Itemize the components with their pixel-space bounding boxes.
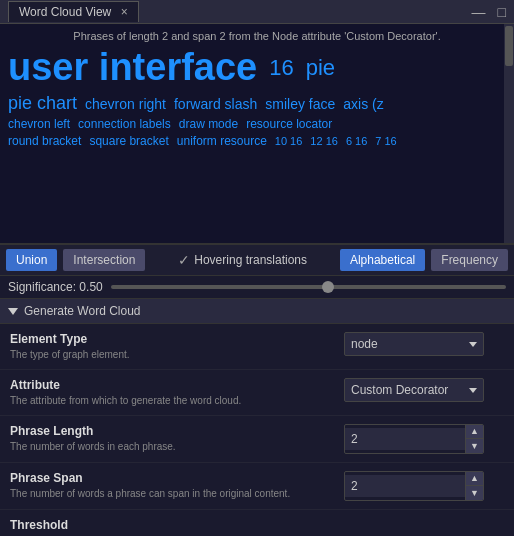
word-connection-labels[interactable]: connection labels <box>78 117 171 131</box>
setting-phrase-length: Phrase Length The number of words in eac… <box>0 416 514 463</box>
attribute-label: Attribute <box>10 378 334 392</box>
attribute-label-area: Attribute The attribute from which to ge… <box>10 378 334 407</box>
word-cloud-row-3: round bracket square bracket uniform res… <box>8 134 506 148</box>
settings-area: Element Type The type of graph element. … <box>0 324 514 536</box>
phrase-length-spinner-btns: ▲ ▼ <box>465 425 483 453</box>
phrase-span-down[interactable]: ▼ <box>466 486 483 500</box>
word-square-bracket[interactable]: square bracket <box>89 134 168 148</box>
main-word[interactable]: user interface <box>8 46 257 89</box>
phrase-span-desc: The number of words a phrase can span in… <box>10 487 334 500</box>
scroll-thumb[interactable] <box>505 26 513 66</box>
element-type-value: node <box>351 337 378 351</box>
union-button[interactable]: Union <box>6 249 57 271</box>
phrase-length-spinner[interactable]: 2 ▲ ▼ <box>344 424 484 454</box>
attribute-dropdown[interactable]: Custom Decorator <box>344 378 484 402</box>
phrase-span-value[interactable]: 2 <box>345 475 465 497</box>
element-type-desc: The type of graph element. <box>10 348 334 361</box>
significance-slider[interactable] <box>111 285 506 289</box>
phrase-span-spinner[interactable]: 2 ▲ ▼ <box>344 471 484 501</box>
element-type-dropdown-arrow <box>469 342 477 347</box>
intersection-button[interactable]: Intersection <box>63 249 145 271</box>
element-type-dropdown[interactable]: node <box>344 332 484 356</box>
word-pie-chart[interactable]: pie chart <box>8 93 77 114</box>
title-tab[interactable]: Word Cloud View × <box>8 1 139 22</box>
significance-row: Significance: 0.50 <box>0 276 514 299</box>
phrase-length-down[interactable]: ▼ <box>466 439 483 453</box>
threshold-label: Threshold <box>10 518 504 532</box>
tab-close-icon[interactable]: × <box>121 5 128 19</box>
title-bar-left: Word Cloud View × <box>8 1 139 22</box>
attribute-desc: The attribute from which to generate the… <box>10 394 334 407</box>
toolbar: Union Intersection ✓ Hovering translatio… <box>0 244 514 276</box>
element-type-control: node <box>344 332 504 356</box>
threshold-row: Threshold <box>0 510 514 536</box>
phrase-span-up[interactable]: ▲ <box>466 472 483 486</box>
main-count: 16 <box>269 55 293 81</box>
word-7-16[interactable]: 7 16 <box>375 135 396 147</box>
word-6-16[interactable]: 6 16 <box>346 135 367 147</box>
phrase-span-label-area: Phrase Span The number of words a phrase… <box>10 471 334 500</box>
element-type-label: Element Type <box>10 332 334 346</box>
word-draw-mode[interactable]: draw mode <box>179 117 238 131</box>
element-type-label-area: Element Type The type of graph element. <box>10 332 334 361</box>
word-cloud-main-row: user interface 16 pie <box>8 46 506 89</box>
hovering-translations-area: ✓ Hovering translations <box>151 252 334 268</box>
phrase-length-control: 2 ▲ ▼ <box>344 424 504 454</box>
setting-element-type: Element Type The type of graph element. … <box>0 324 514 370</box>
phrase-length-value[interactable]: 2 <box>345 428 465 450</box>
word-smiley-face[interactable]: smiley face <box>265 96 335 112</box>
tab-label: Word Cloud View <box>19 5 111 19</box>
word-cloud-row-1: pie chart chevron right forward slash sm… <box>8 93 506 114</box>
phrase-length-up[interactable]: ▲ <box>466 425 483 439</box>
word-chevron-right[interactable]: chevron right <box>85 96 166 112</box>
phrase-info: Phrases of length 2 and span 2 from the … <box>8 30 506 42</box>
word-resource-locator[interactable]: resource locator <box>246 117 332 131</box>
word-10-16[interactable]: 10 16 <box>275 135 303 147</box>
phrase-length-label-area: Phrase Length The number of words in eac… <box>10 424 334 453</box>
maximize-icon[interactable]: □ <box>498 4 506 20</box>
word-cloud-content: user interface 16 pie pie chart chevron … <box>8 46 506 206</box>
attribute-dropdown-arrow <box>469 388 477 393</box>
main-word2[interactable]: pie <box>306 55 335 81</box>
word-cloud-area: Phrases of length 2 and span 2 from the … <box>0 24 514 244</box>
word-cloud-scrollbar[interactable] <box>504 24 514 243</box>
word-axis-z[interactable]: axis (z <box>343 96 383 112</box>
word-round-bracket[interactable]: round bracket <box>8 134 81 148</box>
hovering-label: Hovering translations <box>194 253 307 267</box>
collapse-icon <box>8 308 18 315</box>
word-forward-slash[interactable]: forward slash <box>174 96 257 112</box>
attribute-value: Custom Decorator <box>351 383 448 397</box>
alphabetical-button[interactable]: Alphabetical <box>340 249 425 271</box>
word-uniform-resource[interactable]: uniform resource <box>177 134 267 148</box>
check-icon: ✓ <box>178 252 190 268</box>
significance-thumb[interactable] <box>322 281 334 293</box>
significance-label: Significance: 0.50 <box>8 280 103 294</box>
title-bar-controls: — □ <box>472 4 506 20</box>
phrase-length-label: Phrase Length <box>10 424 334 438</box>
word-cloud-row-2: chevron left connection labels draw mode… <box>8 117 506 131</box>
section-title: Generate Word Cloud <box>24 304 141 318</box>
word-12-16[interactable]: 12 16 <box>310 135 338 147</box>
phrase-span-control: 2 ▲ ▼ <box>344 471 504 501</box>
setting-attribute: Attribute The attribute from which to ge… <box>0 370 514 416</box>
section-header[interactable]: Generate Word Cloud <box>0 299 514 324</box>
setting-phrase-span: Phrase Span The number of words a phrase… <box>0 463 514 510</box>
title-bar: Word Cloud View × — □ <box>0 0 514 24</box>
frequency-button[interactable]: Frequency <box>431 249 508 271</box>
phrase-span-label: Phrase Span <box>10 471 334 485</box>
word-chevron-left[interactable]: chevron left <box>8 117 70 131</box>
minimize-icon[interactable]: — <box>472 4 486 20</box>
phrase-length-desc: The number of words in each phrase. <box>10 440 334 453</box>
attribute-control: Custom Decorator <box>344 378 504 402</box>
phrase-span-spinner-btns: ▲ ▼ <box>465 472 483 500</box>
